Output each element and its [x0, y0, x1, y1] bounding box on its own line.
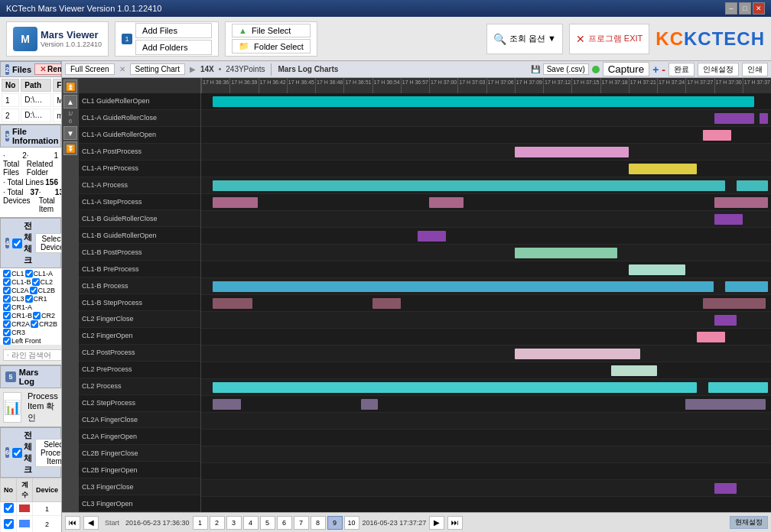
- page-button-10[interactable]: 10: [344, 516, 359, 530]
- time-tick: 17 H 37:06: [486, 78, 515, 93]
- nav-prev-button[interactable]: ◀: [83, 516, 99, 530]
- chart-bar-row: [201, 110, 771, 127]
- select-device-button[interactable]: Select Device: [35, 233, 62, 253]
- nav-next-button[interactable]: ▶: [429, 516, 444, 530]
- add-files-button[interactable]: Add Files: [135, 23, 212, 38]
- add-folders-button[interactable]: Add Folders: [135, 40, 212, 55]
- device-checkbox-label[interactable]: CL1: [3, 270, 24, 277]
- gantt-bar: [515, 349, 640, 359]
- process-section-header[interactable]: 5 Mars Log: [0, 365, 61, 388]
- chart-label-row: CL2 FingerOpen: [79, 328, 200, 345]
- file-info-header[interactable]: 3 File Information FNC,LEH,XFR,PRC: [0, 125, 61, 148]
- device-cb-CL3[interactable]: [3, 295, 11, 303]
- search-input[interactable]: [3, 349, 62, 361]
- device-cb-CL2A[interactable]: [3, 287, 11, 294]
- page-button-8[interactable]: 8: [311, 516, 326, 530]
- select-all-label[interactable]: 전체 체크: [12, 220, 32, 266]
- select-all-checkbox[interactable]: [12, 238, 22, 248]
- page-button-2[interactable]: 2: [210, 516, 225, 530]
- device-cb-CL1-A[interactable]: [25, 270, 33, 277]
- search-row: Mars Log: [0, 345, 61, 365]
- device-section-header[interactable]: 4 전체 체크 Select Device 전체 해제: [0, 218, 61, 268]
- device-checkbox-label[interactable]: CR1: [25, 295, 47, 303]
- device-checkbox-label[interactable]: CL1-A: [25, 270, 54, 277]
- device-cb-CR2A[interactable]: [3, 320, 11, 328]
- plus-button[interactable]: +: [652, 63, 659, 76]
- device-checkbox-label[interactable]: CR2A: [3, 320, 30, 328]
- gantt-bar: [213, 281, 714, 292]
- device-checkbox-label[interactable]: CR3: [3, 329, 25, 336]
- gantt-bar: [703, 298, 766, 309]
- device-checkbox-label[interactable]: Left Front: [3, 337, 41, 345]
- chart-title: Mars Log Charts: [278, 65, 338, 73]
- save-icon[interactable]: 💾: [531, 65, 540, 73]
- device-checkbox-label[interactable]: CL1-B: [3, 278, 31, 286]
- nav-up[interactable]: ▲: [63, 95, 77, 109]
- print-button[interactable]: 인쇄: [742, 63, 768, 76]
- inquiry-button[interactable]: 🔍 조회 옵션 ▼: [486, 24, 563, 54]
- device-checkbox-label[interactable]: CR1-A: [3, 303, 32, 311]
- separator-dot: •: [219, 65, 222, 73]
- file-row[interactable]: 1D:\뉴…MarsLog.txt474182746: [2, 93, 62, 107]
- col-file: File: [53, 79, 62, 92]
- process-row[interactable]: 14CL1GuideRollerOpen: [1, 502, 62, 516]
- device-checkbox-label[interactable]: CR2B: [31, 320, 57, 328]
- device-cb-CL1-B[interactable]: [3, 278, 11, 286]
- print-settings-button[interactable]: 인쇄설정: [698, 63, 739, 76]
- page-button-6[interactable]: 6: [277, 516, 292, 530]
- process-row[interactable]: 253CL1-AGuideRollerClose: [1, 516, 62, 533]
- title-text: KCTech Mars Viewer Version 1.0.1.22410: [6, 4, 161, 13]
- process-label: Process Item 확인: [28, 391, 58, 423]
- device-cb-CR2B[interactable]: [31, 320, 38, 328]
- capture-button[interactable]: Capture: [603, 62, 649, 76]
- process-list-header[interactable]: 6 전체 체크 Select Process Item 전체 해제: [0, 427, 61, 478]
- nav-up-double[interactable]: ⏫: [63, 79, 77, 93]
- device-checkbox-label[interactable]: CL3: [3, 295, 24, 303]
- page-button-3[interactable]: 3: [226, 516, 242, 530]
- page-button-1[interactable]: 1: [193, 516, 208, 530]
- device-cb-CR3[interactable]: [3, 329, 11, 336]
- chart-bar-row: [201, 161, 771, 177]
- device-cb-CL1[interactable]: [3, 270, 11, 277]
- full-screen-button[interactable]: Full Screen: [65, 63, 115, 75]
- nav-first-button[interactable]: ⏮: [65, 516, 80, 530]
- device-checkbox-label[interactable]: CL2B: [30, 287, 56, 294]
- process-select-all-checkbox[interactable]: [12, 448, 22, 458]
- minimize-button[interactable]: –: [725, 2, 737, 15]
- nav-down-double[interactable]: ⏬: [63, 141, 77, 155]
- file-select-button[interactable]: ▲ File Select: [232, 24, 311, 37]
- page-button-4[interactable]: 4: [243, 516, 259, 530]
- device-cb-CL2B[interactable]: [30, 287, 37, 294]
- file-row[interactable]: 2D:\뉴…marsLog_example.txt6,1342434110: [2, 109, 62, 122]
- close-button[interactable]: ✕: [753, 2, 765, 15]
- device-cb-CL2[interactable]: [32, 278, 40, 286]
- minus-button[interactable]: -: [662, 63, 665, 76]
- device-checkbox-label[interactable]: CR2: [33, 312, 55, 320]
- setting-chart-button[interactable]: Setting Chart: [130, 63, 185, 75]
- device-cb-CR1-B[interactable]: [3, 312, 11, 320]
- page-button-7[interactable]: 7: [294, 516, 309, 530]
- logo-section: M Mars Viewer Version 1.0.1.22410: [6, 21, 109, 57]
- exit-button[interactable]: ✕ 프로그램 EXIT: [569, 24, 650, 54]
- select-process-button[interactable]: Select Process Item: [35, 439, 62, 467]
- process-select-all-label[interactable]: 전체 체크: [12, 430, 32, 475]
- device-cb-CR2[interactable]: [33, 312, 41, 320]
- files-section-header[interactable]: 2 Files ✕ Remove: [0, 61, 61, 77]
- remove-button[interactable]: ✕ Remove: [34, 63, 62, 75]
- device-cb-Left Front[interactable]: [3, 337, 11, 345]
- nav-down[interactable]: ▼: [63, 126, 77, 140]
- device-checkbox-label[interactable]: CR1-B: [3, 312, 32, 320]
- nav-last-button[interactable]: ⏭: [447, 516, 463, 530]
- device-cb-CR1-A[interactable]: [3, 303, 11, 311]
- page-button-5[interactable]: 5: [260, 516, 275, 530]
- save-csv-button[interactable]: Save (.csv): [543, 63, 589, 75]
- page-button-9[interactable]: 9: [327, 516, 343, 530]
- device-checkbox-label[interactable]: CL2A: [3, 287, 29, 294]
- current-settings-button[interactable]: 현재설정: [730, 516, 768, 529]
- complete-button[interactable]: 완료: [669, 63, 695, 76]
- device-cb-CR1[interactable]: [25, 295, 33, 303]
- chart-label-row: CL2 PreProcess: [79, 362, 200, 378]
- maximize-button[interactable]: □: [739, 2, 751, 15]
- device-checkbox-label[interactable]: CL2: [32, 278, 54, 286]
- folder-select-button[interactable]: 📁 Folder Select: [232, 39, 311, 54]
